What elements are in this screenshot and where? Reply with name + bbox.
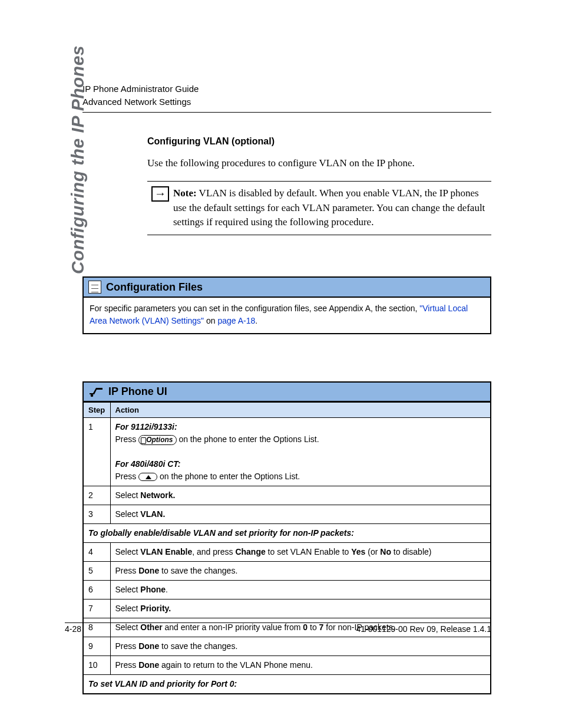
for-480-label: For 480i/480i CT: (115, 459, 181, 469)
note-body: VLAN is disabled by default. When you en… (173, 187, 485, 228)
config-files-text-post: . (255, 316, 257, 325)
step-num: 9 (83, 637, 110, 656)
col-step: Step (83, 403, 110, 418)
bold-text: Yes (351, 547, 365, 556)
bold-text: VLAN Enable (140, 547, 192, 556)
step-action: Select Network. (110, 486, 491, 505)
bold-text: No (380, 547, 391, 556)
step-action: Press Done again to return to the VLAN P… (110, 656, 491, 675)
text: Select (115, 585, 141, 594)
up-arrow-key-icon (138, 473, 157, 481)
step-action: Select VLAN Enable, and press Change to … (110, 543, 491, 562)
header-rule (82, 112, 491, 113)
press-suffix: on the phone to enter the Options List. (177, 434, 319, 444)
table-row: 9 Press Done to save the changes. (83, 637, 491, 656)
text: Press (115, 641, 139, 651)
bold-text: Phone (140, 585, 166, 594)
table-row: 10 Press Done again to return to the VLA… (83, 656, 491, 675)
step-action: Press Done to save the changes. (110, 562, 491, 581)
span-row-text: To globally enable/disable VLAN and set … (83, 524, 491, 543)
text: Select (115, 490, 141, 500)
step-table: Step Action 1 For 9112i/9133i: Press Opt… (82, 402, 491, 694)
config-files-text-pre: For specific parameters you can set in t… (90, 304, 419, 313)
config-files-title: Configuration Files (106, 281, 203, 294)
text: Press (115, 660, 139, 670)
step-action: Select Priority. (110, 599, 491, 618)
page-header: IP Phone Administrator Guide Advanced Ne… (82, 83, 491, 113)
table-row: 4 Select VLAN Enable, and press Change t… (83, 543, 491, 562)
table-row: 2 Select Network. (83, 486, 491, 505)
table-row: 5 Press Done to save the changes. (83, 562, 491, 581)
text: Select (115, 509, 141, 519)
note-label: Note: (173, 187, 197, 199)
chapter-side-tab: Configuring the IP Phones (68, 45, 88, 274)
ip-phone-ui-title: IP Phone UI (108, 386, 167, 398)
text: , and press (192, 547, 235, 556)
for-9112-label: For 9112i/9133i: (115, 422, 177, 431)
bold-text: Done (138, 641, 159, 651)
table-row: 1 For 9112i/9133i: Press Options on the … (83, 418, 491, 486)
span-row-text: To set VLAN ID and priority for Port 0: (83, 675, 491, 694)
press-suffix-b: on the phone to enter the Options List. (157, 472, 300, 481)
text: Press (115, 566, 139, 575)
svg-point-0 (91, 394, 94, 397)
step-num: 5 (83, 562, 110, 581)
press-text: Press (115, 434, 139, 444)
subsection-title: Configuring VLAN (optional) (147, 136, 491, 147)
step-num: 4 (83, 543, 110, 562)
bold-text: Done (138, 566, 159, 575)
text: Select (115, 604, 141, 613)
step-action: For 9112i/9133i: Press Options on the ph… (110, 418, 491, 486)
bold-text: Network. (140, 490, 175, 500)
options-key-icon: Options (138, 435, 176, 445)
table-header-row: Step Action (83, 403, 491, 418)
table-row: 6 Select Phone. (83, 581, 491, 599)
text: to save the changes. (159, 566, 237, 575)
config-files-text-mid: on (204, 316, 217, 325)
bold-text: Done (138, 660, 159, 670)
note-box: Note: VLAN is disabled by default. When … (147, 181, 491, 235)
text: again to return to the VLAN Phone menu. (159, 660, 313, 670)
subsection-intro: Use the following procedures to configur… (147, 156, 491, 171)
step-num: 2 (83, 486, 110, 505)
step-num: 3 (83, 505, 110, 524)
header-section-title: Advanced Network Settings (82, 95, 491, 108)
text: to save the changes. (159, 641, 237, 651)
phone-icon (88, 386, 104, 398)
step-num: 1 (83, 418, 110, 486)
bold-text: VLAN. (140, 509, 165, 519)
ip-phone-ui-header: IP Phone UI (82, 381, 491, 402)
table-span-row: To globally enable/disable VLAN and set … (83, 524, 491, 543)
step-action: Press Done to save the changes. (110, 637, 491, 656)
page-number: 4-28 (65, 624, 81, 634)
table-span-row: To set VLAN ID and priority for Port 0: (83, 675, 491, 694)
text: Select (115, 547, 141, 556)
col-action: Action (110, 403, 491, 418)
link-page-a18[interactable]: page A-18 (217, 316, 255, 325)
step-num: 10 (83, 656, 110, 675)
arrow-right-icon (151, 186, 169, 202)
page-footer: 4-28 41-001129-00 Rev 09, Release 1.4.1 (65, 622, 491, 634)
step-action: Select Phone. (110, 581, 491, 599)
document-icon (88, 281, 101, 294)
text: to disable) (391, 547, 431, 556)
step-action: Select VLAN. (110, 505, 491, 524)
note-text: Note: VLAN is disabled by default. When … (173, 183, 490, 233)
step-num: 7 (83, 599, 110, 618)
text: (or (365, 547, 380, 556)
table-row: 7 Select Priority. (83, 599, 491, 618)
header-guide-title: IP Phone Administrator Guide (82, 83, 491, 95)
config-files-header: Configuration Files (82, 276, 491, 298)
bold-text: Change (235, 547, 265, 556)
table-row: 3 Select VLAN. (83, 505, 491, 524)
text: to set VLAN Enable to (266, 547, 352, 556)
doc-revision: 41-001129-00 Rev 09, Release 1.4.1 (356, 624, 491, 634)
text: . (166, 585, 168, 594)
step-num: 6 (83, 581, 110, 599)
config-files-body: For specific parameters you can set in t… (82, 298, 491, 334)
bold-text: Priority. (140, 604, 171, 613)
press-text-b: Press (115, 472, 139, 481)
